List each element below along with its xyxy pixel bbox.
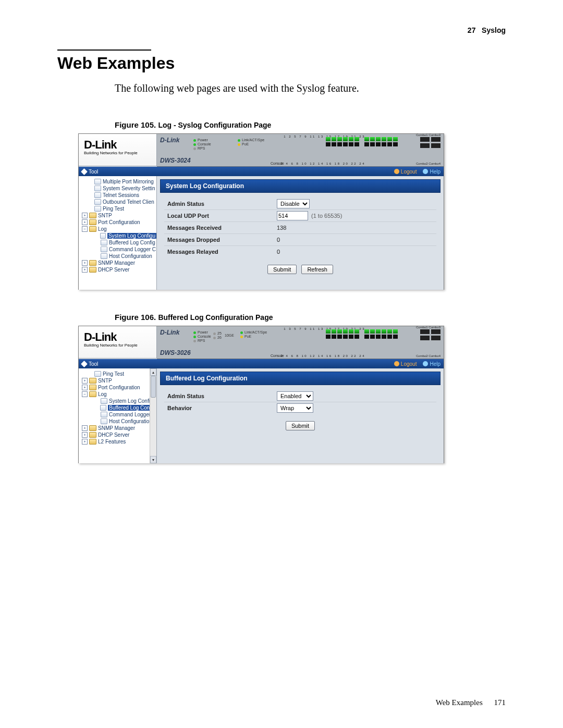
tree-item-label: Host Configuration	[109, 418, 152, 424]
tree-item[interactable]: Outbound Telnet Clien	[81, 199, 156, 205]
tool-bar-2: Tool Logout Help	[79, 359, 444, 368]
tree-item[interactable]: +SNTP	[81, 212, 156, 219]
submit-button-2[interactable]: Submit	[286, 421, 315, 430]
tree-item[interactable]: Command Logger C	[81, 411, 156, 418]
banner-leds-2: Link/ACT/Spe PoE	[238, 138, 264, 146]
scroll-up-icon[interactable]: ▴	[150, 368, 156, 376]
scroll-down-icon[interactable]: ▾	[150, 456, 156, 463]
page-icon	[100, 233, 106, 239]
tool-bar: Tool Logout Help	[79, 167, 444, 176]
select-admin-status-2[interactable]: Enabled	[277, 391, 313, 401]
tree-item-label: Multiple Port Mirroring	[103, 179, 154, 184]
logout-link[interactable]: Logout	[394, 169, 417, 175]
tree-item[interactable]: +SNMP Manager	[81, 425, 156, 431]
tree-scrollbar[interactable]: ▴ ▾	[150, 368, 156, 463]
brand-name-2: D-Link	[84, 330, 153, 344]
page-icon	[101, 240, 107, 245]
page-icon	[101, 398, 107, 404]
logout-link-2[interactable]: Logout	[394, 361, 417, 367]
brand-tagline: Building Networks for People	[84, 151, 153, 155]
tree-item[interactable]: +SNTP	[81, 377, 156, 384]
tree-item[interactable]: +DHCP Server	[81, 266, 156, 273]
label-behavior: Behavior	[164, 403, 277, 413]
collapse-icon[interactable]: −	[82, 226, 88, 232]
button-row: Submit Refresh	[164, 265, 436, 274]
tree-item[interactable]: Command Logger C	[81, 246, 156, 253]
tree-item[interactable]: Ping Test	[81, 371, 156, 377]
page-icon	[94, 192, 101, 198]
tree-item[interactable]: +DHCP Server	[81, 431, 156, 438]
input-udp-port[interactable]	[277, 211, 308, 220]
tree-item[interactable]: +SNMP Manager	[81, 260, 156, 266]
tree-item[interactable]: Host Configuration	[81, 253, 156, 260]
hint-udp-range: (1 to 65535)	[311, 213, 342, 219]
tree-spacer	[88, 186, 93, 191]
expand-icon[interactable]: +	[82, 425, 88, 431]
refresh-button[interactable]: Refresh	[301, 265, 333, 274]
tree-item[interactable]: Telnet Sessions	[81, 192, 156, 199]
row-msgs-relayed: Messages Relayed 0	[164, 245, 436, 257]
led-26-label: 26	[217, 336, 222, 339]
tree-item[interactable]: Host Configuration	[81, 418, 156, 425]
select-admin-status[interactable]: Disable	[277, 199, 310, 208]
collapse-icon[interactable]: −	[82, 391, 88, 397]
expand-icon[interactable]: +	[82, 439, 88, 445]
combo-label-bottom: Combo2 Combo4	[416, 162, 440, 165]
banner-leds: Power Console RPS	[193, 138, 211, 151]
banner-logo: D-Link	[160, 137, 179, 144]
select-behavior[interactable]: Wrap	[277, 403, 313, 413]
led-power-icon-2	[193, 330, 197, 334]
tree-item[interactable]: Buffered Log Config	[81, 239, 156, 246]
tree-spacer	[94, 240, 99, 245]
tree-item-label: SNMP Manager	[98, 260, 135, 266]
tree-item-label: Buffered Log Config	[109, 240, 155, 245]
console-label-2: Console	[271, 354, 284, 357]
page-icon	[101, 246, 107, 252]
tree-item[interactable]: −Log	[81, 226, 156, 232]
buffered-form: Admin Status Enabled Behavior Wrap Submi…	[164, 390, 436, 430]
tree-spacer	[94, 399, 99, 403]
label-msgs-dropped: Messages Dropped	[164, 235, 277, 244]
content-panel: System Log Configuration Admin Status Di…	[157, 176, 444, 290]
tree-item[interactable]: +Port Configuration	[81, 219, 156, 226]
tree-item-label: Ping Test	[103, 371, 124, 377]
tool-link-2[interactable]: Tool	[89, 361, 98, 367]
tree-spacer	[88, 372, 93, 376]
combo-label-top-2: Combo1 Combo3	[416, 326, 440, 329]
tree-item-label: Host Configuration	[109, 253, 152, 259]
tree-item[interactable]: System Severity Settin	[81, 185, 156, 192]
tree-item[interactable]: System Log Configu	[81, 232, 156, 239]
value-msgs-relayed: 0	[277, 249, 280, 255]
ports-right-2	[364, 329, 398, 339]
label-msgs-received: Messages Received	[164, 223, 277, 232]
expand-icon[interactable]: +	[82, 260, 88, 266]
logout-label-2: Logout	[401, 361, 417, 367]
figure-106-num: Figure 106.	[115, 313, 156, 322]
figure-105-num: Figure 105.	[115, 120, 156, 129]
expand-icon[interactable]: +	[82, 432, 88, 438]
help-link-2[interactable]: Help	[423, 361, 440, 367]
tree-item[interactable]: −Log	[81, 391, 156, 398]
tool-link[interactable]: Tool	[89, 169, 98, 175]
combo-ports-2	[420, 329, 440, 340]
expand-icon[interactable]: +	[82, 385, 88, 390]
tree-item[interactable]: Multiple Port Mirroring	[81, 178, 156, 185]
tree-item-label: Command Logger C	[109, 246, 156, 252]
submit-button[interactable]: Submit	[267, 265, 297, 274]
nav-tree[interactable]: Multiple Port MirroringSystem Severity S…	[79, 176, 157, 290]
tree-item[interactable]: System Log Configu	[81, 398, 156, 404]
tree-item[interactable]: Ping Test	[81, 205, 156, 212]
expand-icon[interactable]: +	[82, 378, 88, 384]
tree-item[interactable]: +L2 Features	[81, 438, 156, 445]
tree-item[interactable]: +Port Configuration	[81, 384, 156, 391]
expand-icon[interactable]: +	[82, 213, 88, 218]
expand-icon[interactable]: +	[82, 219, 88, 225]
led-25-label: 25	[217, 331, 222, 335]
value-msgs-dropped: 0	[277, 237, 280, 243]
led-rps-icon	[193, 146, 197, 150]
nav-tree-2[interactable]: Ping Test+SNTP+Port Configuration−LogSys…	[79, 368, 157, 463]
help-link[interactable]: Help	[423, 169, 440, 175]
tree-item[interactable]: Buffered Log Config	[81, 404, 156, 411]
expand-icon[interactable]: +	[82, 267, 88, 273]
scroll-thumb[interactable]	[151, 376, 156, 398]
